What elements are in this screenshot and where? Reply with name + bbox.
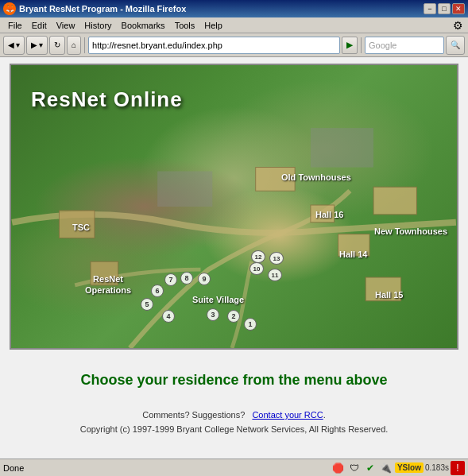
search-icon: 🔍 xyxy=(451,41,460,49)
url-text: http://resnet.bryant.edu/index.php xyxy=(92,41,336,50)
hall-num-12[interactable]: 12 xyxy=(251,250,265,263)
label-hall14[interactable]: Hall 14 xyxy=(339,250,367,259)
menu-bookmarks[interactable]: Bookmarks xyxy=(117,19,170,32)
refresh-button[interactable]: ↻ xyxy=(49,36,65,55)
address-bar[interactable]: http://resnet.bryant.edu/index.php xyxy=(88,37,340,54)
hall-num-1[interactable]: 1 xyxy=(244,318,257,331)
hall-num-11[interactable]: 11 xyxy=(268,269,282,281)
hall-num-9[interactable]: 9 xyxy=(198,273,211,285)
map-title: ResNet Online xyxy=(31,87,183,112)
load-time: 0.183s xyxy=(425,463,449,472)
menu-bar: File Edit View History Bookmarks Tools H… xyxy=(0,17,468,33)
home-icon: ⌂ xyxy=(72,41,76,49)
hall-num-2[interactable]: 2 xyxy=(227,310,240,323)
menu-help[interactable]: Help xyxy=(199,19,227,32)
menu-view[interactable]: View xyxy=(52,19,80,32)
forward-dropdown-icon: ▾ xyxy=(39,41,43,49)
browser-content: ResNet Online Old Townhouses New Townhou… xyxy=(0,57,468,459)
svg-rect-7 xyxy=(157,172,212,207)
copyright-text: Copyright (c) 1997-1999 Bryant College N… xyxy=(80,424,389,434)
refresh-icon: ↻ xyxy=(54,41,60,49)
hall-num-7[interactable]: 7 xyxy=(164,273,177,286)
hall-num-3[interactable]: 3 xyxy=(207,308,219,321)
menu-tools[interactable]: Tools xyxy=(170,19,200,32)
window-title: Bryant ResNet Program - Mozilla Firefox xyxy=(19,4,186,14)
label-hall15[interactable]: Hall 15 xyxy=(375,290,403,300)
browser-icon: 🦊 xyxy=(3,2,16,15)
back-icon: ◀ xyxy=(8,41,14,49)
menu-file[interactable]: File xyxy=(3,19,27,32)
yslow-badge[interactable]: YSlow xyxy=(395,462,424,473)
svg-rect-3 xyxy=(373,187,416,215)
addon-icon[interactable]: 🔌 xyxy=(379,461,393,475)
check-icon: ✔ xyxy=(363,461,377,475)
status-bar: Done 🛑 🛡 ✔ 🔌 YSlow 0.183s ! xyxy=(0,459,468,476)
hall-num-8[interactable]: 8 xyxy=(180,272,193,284)
title-bar: 🦊 Bryant ResNet Program - Mozilla Firefo… xyxy=(0,0,468,17)
label-tsc[interactable]: TSC xyxy=(72,223,90,232)
close-button[interactable]: ✕ xyxy=(452,3,465,14)
nav-bar: ◀ ▾ ▶ ▾ ↻ ⌂ http://resnet.bryant.edu/ind… xyxy=(0,33,468,57)
label-hall16[interactable]: Hall 16 xyxy=(315,210,343,219)
label-resnet-ops[interactable]: ResNet Operations xyxy=(85,273,131,296)
back-button[interactable]: ◀ ▾ xyxy=(3,36,25,55)
menu-history[interactable]: History xyxy=(79,19,116,32)
hall-num-6[interactable]: 6 xyxy=(151,284,164,297)
hall-num-13[interactable]: 13 xyxy=(269,252,284,265)
go-button[interactable]: ▶ xyxy=(342,37,358,54)
contact-link[interactable]: Contact your RCC xyxy=(252,410,323,420)
footer-text: Comments? Suggestions? Contact your RCC.… xyxy=(16,408,452,436)
home-button[interactable]: ⌂ xyxy=(67,36,81,55)
forward-icon: ▶ xyxy=(31,41,37,49)
label-new-townhouses[interactable]: New Townhouses xyxy=(374,226,447,236)
maximize-button[interactable]: □ xyxy=(438,3,451,14)
hall-num-4[interactable]: 4 xyxy=(162,310,175,323)
label-suite-village[interactable]: Suite Village xyxy=(192,295,244,304)
search-placeholder: Google xyxy=(369,41,396,50)
forward-button[interactable]: ▶ ▾ xyxy=(26,36,48,55)
campus-map: ResNet Online Old Townhouses New Townhou… xyxy=(10,64,458,350)
hall-num-10[interactable]: 10 xyxy=(249,262,264,275)
status-text: Done xyxy=(3,463,331,473)
gear-icon[interactable]: ⚙ xyxy=(451,18,465,33)
page-content: Choose your residence from the menu abov… xyxy=(0,356,468,452)
nav-separator xyxy=(84,37,85,53)
comments-text: Comments? Suggestions? xyxy=(142,410,245,420)
minimize-button[interactable]: − xyxy=(424,3,436,14)
window-controls: − □ ✕ xyxy=(424,3,465,14)
stop-icon[interactable]: 🛑 xyxy=(331,461,346,475)
search-button[interactable]: 🔍 xyxy=(446,36,465,55)
nav-separator-2 xyxy=(361,37,362,53)
label-old-townhouses[interactable]: Old Townhouses xyxy=(281,172,351,182)
back-dropdown-icon: ▾ xyxy=(16,41,20,49)
alert-icon[interactable]: ! xyxy=(451,461,465,475)
search-bar[interactable]: Google xyxy=(365,37,444,54)
svg-rect-8 xyxy=(311,128,373,167)
main-prompt: Choose your residence from the menu abov… xyxy=(16,372,452,389)
shield-icon[interactable]: 🛡 xyxy=(347,461,362,475)
status-icons: 🛑 🛡 ✔ 🔌 YSlow 0.183s ! xyxy=(331,461,465,475)
menu-edit[interactable]: Edit xyxy=(27,19,52,32)
hall-num-5[interactable]: 5 xyxy=(141,298,153,311)
